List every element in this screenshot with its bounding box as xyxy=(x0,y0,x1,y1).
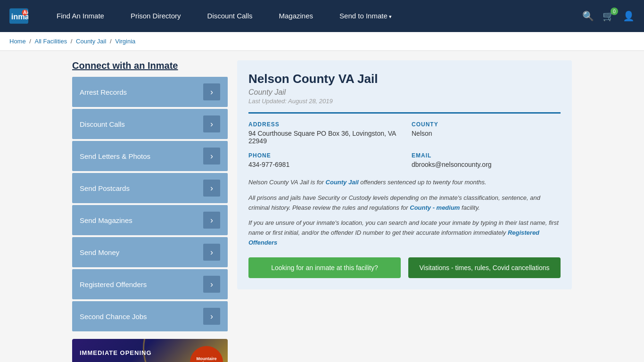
county-value: Nelson xyxy=(412,130,561,137)
facility-type: County Jail xyxy=(248,88,561,97)
chevron-right-icon: › xyxy=(203,148,220,165)
sidebar-menu: Arrest Records › Discount Calls › Send L… xyxy=(72,77,228,331)
ad-logo-text: Mountaire xyxy=(196,356,216,361)
sidebar-item-send-postcards[interactable]: Send Postcards › xyxy=(72,173,228,203)
facility-desc2: All prisons and jails have Security or C… xyxy=(248,193,561,213)
sidebar-item-label: Send Postcards xyxy=(80,184,130,192)
registered-offenders-link[interactable]: Registered Offenders xyxy=(248,229,539,246)
address-section: ADDRESS 94 Courthouse Square PO Box 36, … xyxy=(248,121,397,145)
facility-desc3: If you are unsure of your inmate's locat… xyxy=(248,218,561,247)
action-buttons: Looking for an inmate at this facility? … xyxy=(248,257,561,278)
phone-label: PHONE xyxy=(248,152,397,159)
sidebar-title: Connect with an Inmate xyxy=(72,60,228,71)
breadcrumb-virginia[interactable]: Virginia xyxy=(115,38,135,45)
facility-title: Nelson County VA Jail xyxy=(248,72,561,86)
county-medium-link[interactable]: County - medium xyxy=(410,204,460,211)
address-value: 94 Courthouse Square PO Box 36, Lovingst… xyxy=(248,130,397,145)
sidebar-item-label: Arrest Records xyxy=(80,88,127,96)
sidebar-item-label: Second Chance Jobs xyxy=(80,313,147,321)
sidebar-item-discount-calls[interactable]: Discount Calls › xyxy=(72,109,228,139)
breadcrumb-county-jail[interactable]: County Jail xyxy=(76,38,106,45)
chevron-right-icon: › xyxy=(203,83,220,100)
nav-discount-calls[interactable]: Discount Calls xyxy=(194,0,266,32)
logo-icon: inmate Aid xyxy=(9,8,28,25)
sidebar-item-label: Send Magazines xyxy=(80,216,132,224)
sidebar-item-send-money[interactable]: Send Money › xyxy=(72,237,228,267)
chevron-right-icon: › xyxy=(203,180,220,197)
logo[interactable]: inmate Aid xyxy=(9,8,29,25)
phone-value: 434-977-6981 xyxy=(248,161,397,168)
search-icon[interactable]: 🔍 xyxy=(582,10,594,22)
breadcrumb-home[interactable]: Home xyxy=(9,38,26,45)
facility-content: Nelson County VA Jail County Jail Last U… xyxy=(237,60,572,289)
sidebar-item-label: Send Letters & Photos xyxy=(80,152,150,160)
chevron-right-icon: › xyxy=(203,276,220,293)
sidebar-item-label: Send Money xyxy=(80,248,119,256)
svg-text:Aid: Aid xyxy=(23,10,28,15)
address-label: ADDRESS xyxy=(248,121,397,128)
visitations-button[interactable]: Visitations - times, rules, Covid cancel… xyxy=(408,257,561,278)
sidebar-item-registered-offenders[interactable]: Registered Offenders › xyxy=(72,269,228,299)
sidebar-item-second-chance-jobs[interactable]: Second Chance Jobs › xyxy=(72,301,228,331)
chevron-right-icon: › xyxy=(203,212,220,229)
county-label: COUNTY xyxy=(412,121,561,128)
chevron-right-icon: › xyxy=(203,115,220,132)
nav-find-inmate[interactable]: Find An Inmate xyxy=(43,0,117,32)
cart-badge: 0 xyxy=(611,8,618,15)
sidebar-item-send-letters[interactable]: Send Letters & Photos › xyxy=(72,141,228,171)
find-inmate-button[interactable]: Looking for an inmate at this facility? xyxy=(248,257,401,278)
facility-updated: Last Updated: August 28, 2019 xyxy=(248,98,561,105)
cart-icon[interactable]: 🛒 0 xyxy=(603,10,614,22)
header-icons: 🔍 🛒 0 👤 xyxy=(582,10,635,22)
email-value: dbrooks@nelsoncounty.org xyxy=(412,161,561,168)
breadcrumb: Home / All Facilities / County Jail / Vi… xyxy=(0,32,644,51)
chevron-right-icon: › xyxy=(203,244,220,261)
county-section: COUNTY Nelson xyxy=(412,121,561,145)
sidebar: Connect with an Inmate Arrest Records › … xyxy=(72,60,228,362)
sidebar-item-arrest-records[interactable]: Arrest Records › xyxy=(72,77,228,107)
email-section: EMAIL dbrooks@nelsoncounty.org xyxy=(412,152,561,168)
ad-text-immediate: IMMEDIATE OPENING xyxy=(80,349,152,356)
sidebar-item-label: Registered Offenders xyxy=(80,280,147,288)
sidebar-item-label: Discount Calls xyxy=(80,120,125,128)
email-label: EMAIL xyxy=(412,152,561,159)
phone-section: PHONE 434-977-6981 xyxy=(248,152,397,168)
breadcrumb-all-facilities[interactable]: All Facilities xyxy=(35,38,67,45)
facility-desc1: Nelson County VA Jail is for County Jail… xyxy=(248,178,561,188)
county-jail-link[interactable]: County Jail xyxy=(326,179,359,186)
chevron-right-icon: › xyxy=(203,308,220,325)
header: inmate Aid Find An Inmate Prison Directo… xyxy=(0,0,644,32)
sidebar-ad[interactable]: IMMEDIATE OPENING IN DELAWARE Mountaire xyxy=(72,339,228,362)
nav-prison-directory[interactable]: Prison Directory xyxy=(117,0,194,32)
nav-magazines[interactable]: Magazines xyxy=(265,0,326,32)
facility-details: ADDRESS 94 Courthouse Square PO Box 36, … xyxy=(248,112,561,168)
user-icon[interactable]: 👤 xyxy=(623,10,635,22)
main-nav: Find An Inmate Prison Directory Discount… xyxy=(43,0,582,33)
main-container: Connect with an Inmate Arrest Records › … xyxy=(63,60,581,362)
sidebar-item-send-magazines[interactable]: Send Magazines › xyxy=(72,205,228,235)
nav-send-to-inmate[interactable]: Send to Inmate xyxy=(326,0,405,33)
